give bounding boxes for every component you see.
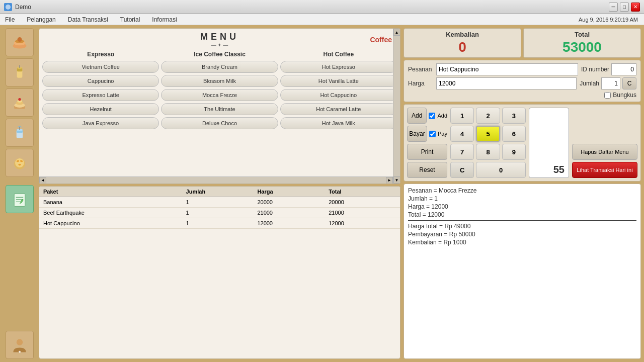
col-header-paket: Paket [41,188,184,196]
menu-columns: Expresso Vietnam Coffee Cappucino Expres… [42,50,397,129]
cell-harga-1: 20000 [255,198,327,206]
table-row: Beef Earthquake 1 21000 21000 [39,208,400,218]
h-scroll-left[interactable]: ◄ [39,177,46,184]
num-2[interactable]: 2 [476,108,500,124]
num-3[interactable]: 3 [502,108,526,124]
num-6[interactable]: 6 [502,126,526,142]
num-0[interactable]: 0 [476,162,526,178]
c-clear-button[interactable]: C [622,77,636,89]
print-button[interactable]: Print [407,144,447,160]
sidebar-item-drink2[interactable] [6,119,34,147]
harga-label: Harga [408,80,433,87]
sidebar-item-drink1[interactable] [6,58,34,86]
lihat-transaksi-button[interactable]: Lihat Transaksi Hari ini [572,162,637,178]
btn-hot-expresso[interactable]: Hot Expresso [280,61,397,73]
total-value: 53000 [528,39,636,55]
bungkus-checkbox[interactable] [604,92,611,99]
action-buttons-left: Add Add Bayar Pay Print Reset [407,108,447,178]
sidebar-item-user[interactable]: ★ [6,331,34,359]
jumlah-input[interactable] [601,77,620,89]
num-9[interactable]: 9 [502,144,526,160]
log-line-6: Pembayaran = Rp 50000 [408,231,636,238]
menu-bar-items: File Pelanggan Data Transaksi Tutorial I… [2,15,180,24]
pesanan-input[interactable] [436,63,578,75]
btn-mocca-frezze[interactable]: Mocca Frezze [161,89,278,101]
btn-hot-java-milk[interactable]: Hot Java Milk [280,117,397,129]
add-row: Add Add [407,108,447,124]
menu-column-ice: Ice Coffee Classic Brandy Cream Blossom … [161,50,278,129]
menu-column-hot: Hot Coffee Hot Expresso Hot Vanilla Latt… [280,50,397,129]
app-icon [4,3,12,11]
btn-brandy-cream[interactable]: Brandy Cream [161,61,278,73]
total-box: Total 53000 [523,28,641,58]
col-header-jumlah: Jumlah [184,188,256,196]
btn-deluxe-choco[interactable]: Deluxe Choco [161,117,278,129]
svg-point-4 [17,37,22,42]
h-scroll-right[interactable]: ► [386,177,393,184]
scrollbar-up[interactable]: ▲ [393,29,400,36]
table-row: Banana 1 20000 20000 [39,197,400,208]
log-line-5: Harga total = Rp 49000 [408,223,636,230]
harga-input[interactable] [436,77,577,89]
sidebar-item-notes[interactable] [6,185,34,213]
app-title: Demo [15,4,31,11]
bayar-button[interactable]: Bayar [407,126,427,142]
btn-vietnam-coffee[interactable]: Vietnam Coffee [42,61,159,73]
bungkus-row: Bungkus [408,92,636,99]
pay-checkbox[interactable] [429,131,436,137]
btn-hezelnut[interactable]: Hezelnut [42,103,159,115]
kembalian-label: Kembalian [408,31,517,38]
sidebar-item-dessert[interactable] [6,88,34,117]
log-divider [408,220,636,221]
center-panel: MENU — ✦ — Coffee Expresso Vietnam Coffe… [39,28,400,359]
sidebar-item-snack[interactable] [6,149,34,177]
menu-pelanggan[interactable]: Pelanggan [24,15,58,24]
menu-data-transaksi[interactable]: Data Transaksi [65,15,111,24]
btn-hot-vanilla-latte[interactable]: Hot Vanilla Latte [280,75,397,87]
log-line-4: Total = 12000 [408,211,636,218]
cell-total-3: 12000 [327,219,398,227]
menu-title: MENU [42,32,397,42]
pesanan-label: Pesanan [408,66,433,73]
col-header-harga: Harga [255,188,327,196]
title-bar: Demo ─ □ ✕ [0,0,644,14]
num-5[interactable]: 5 [476,126,500,142]
pay-label-text: Pay [438,131,447,137]
id-number-input[interactable] [611,63,636,75]
menu-file[interactable]: File [2,15,18,24]
add-button[interactable]: Add [407,108,427,124]
cell-paket-2: Beef Earthquake [41,209,184,217]
svg-point-0 [6,5,11,10]
btn-hot-caramel-latte[interactable]: Hot Caramel Latte [280,103,397,115]
maximize-button[interactable]: □ [620,3,629,12]
svg-point-27 [16,339,23,345]
h-scrollbar[interactable]: ◄ ► [39,176,393,184]
add-checkbox[interactable] [429,113,435,119]
num-c[interactable]: C [450,162,474,178]
coffee-label: Coffee [370,36,392,44]
scrollbar-down[interactable]: ▼ [393,176,400,184]
btn-the-ultimate[interactable]: The Ultimate [161,103,278,115]
btn-hot-cappucino[interactable]: Hot Cappucino [280,89,397,101]
menu-tutorial[interactable]: Tutorial [117,15,143,24]
menu-scrollbar[interactable]: ▲ ▼ [393,29,400,184]
sidebar-item-food[interactable] [6,28,34,56]
hapus-daftar-button[interactable]: Hapus Daftar Menu [572,144,637,160]
hot-coffee-header: Hot Coffee [280,50,397,59]
reset-button[interactable]: Reset [407,162,447,178]
close-button[interactable]: ✕ [631,3,640,12]
menu-informasi[interactable]: Informasi [149,15,180,24]
btn-expresso-latte[interactable]: Expresso Latte [42,89,159,101]
btn-java-expresso[interactable]: Java Expresso [42,117,159,129]
numpad-display-value: 55 [529,108,569,178]
btn-blossom-milk[interactable]: Blossom Milk [161,75,278,87]
bayar-row: Bayar Pay [407,126,447,142]
num-4[interactable]: 4 [450,126,474,142]
ice-coffee-header: Ice Coffee Classic [161,50,278,59]
btn-cappucino[interactable]: Cappucino [42,75,159,87]
num-8[interactable]: 8 [476,144,500,160]
minimize-button[interactable]: ─ [609,3,618,12]
num-1[interactable]: 1 [450,108,474,124]
num-7[interactable]: 7 [450,144,474,160]
kembalian-value: 0 [408,39,517,55]
